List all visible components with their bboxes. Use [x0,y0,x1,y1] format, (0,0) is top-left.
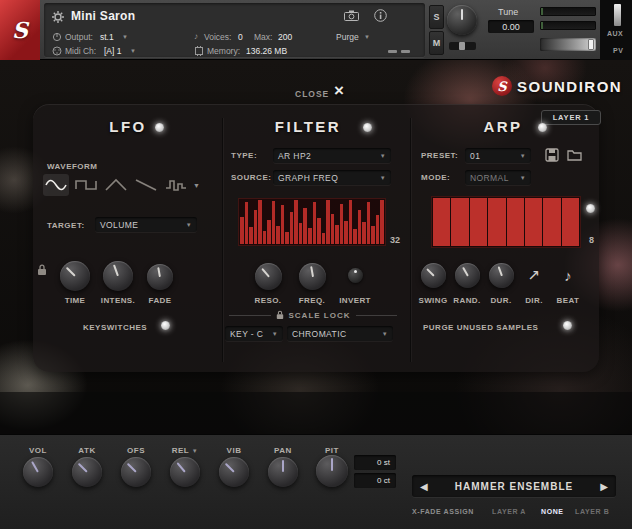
filter-resonance-knob[interactable] [255,263,282,290]
main-control-panel: LFO WAVEFORM ▼ TARGET: VOLUME▼ [33,104,599,372]
arp-velocity-graph[interactable] [431,196,581,248]
atk-label: ATK [65,446,109,455]
mute-button[interactable]: M [429,31,444,55]
arp-preset-dropdown[interactable]: 01▼ [465,148,531,163]
midi-channel-value[interactable]: [A] 1 [104,46,121,56]
arp-beat-control[interactable]: ♪ [556,263,580,287]
filter-title: FILTER [258,118,358,135]
lfo-power-led[interactable] [155,123,164,132]
lfo-time-knob[interactable] [60,261,90,291]
lock-icon[interactable] [37,264,47,276]
level-meter-left [540,7,596,16]
pan-knob[interactable] [268,457,298,487]
filter-power-led[interactable] [363,123,372,132]
bottom-panel: VOL ATK OFS REL ▼ VIB PAN PIT 0 st 0 ct … [0,434,632,529]
solo-button[interactable]: S [429,5,444,29]
articulation-prev-arrow[interactable]: ◀ [420,481,428,492]
pv-button[interactable]: PV [613,47,623,54]
max-voices-value[interactable]: 200 [278,32,292,42]
sine-wave-icon[interactable] [43,174,69,196]
articulation-selector[interactable]: ◀ HAMMER ENSEMBLE ▶ [412,475,616,497]
voices-label: Voices: [204,32,231,42]
rel-label[interactable]: REL ▼ [163,446,207,455]
layer-badge-button[interactable]: LAYER 1 [541,110,601,125]
load-preset-folder-icon[interactable] [567,149,582,161]
kontakt-header: S Mini Saron [0,0,632,60]
memory-icon [194,46,204,56]
output-dropdown-arrow[interactable]: ▼ [122,34,128,40]
purge-label[interactable]: Purge [336,32,359,42]
arp-title: ARP [458,118,548,135]
pitch-semitone-value[interactable]: 0 st [354,455,396,470]
arp-power-led[interactable] [538,123,547,132]
arp-direction-control[interactable]: ↗ [522,263,546,287]
scale-lock-header: SCALE LOCK [229,310,397,320]
pitch-cents-value[interactable]: 0 ct [354,473,396,488]
square-wave-icon[interactable] [73,174,99,196]
atk-knob[interactable] [72,457,102,487]
arp-duration-knob[interactable] [489,263,514,288]
xfade-assign-layer-a[interactable]: LAYER A [492,508,526,515]
lfo-target-dropdown[interactable]: VOLUME▼ [95,217,197,232]
arp-swing-knob[interactable] [421,263,446,288]
filter-source-dropdown[interactable]: GRAPH FREQ▼ [273,170,391,185]
purge-unused-samples-led[interactable] [563,321,572,330]
gear-icon[interactable] [52,11,64,23]
midi-dropdown-arrow[interactable]: ▼ [130,48,136,54]
articulation-next-arrow[interactable]: ▶ [600,481,608,492]
memory-label: Memory: [207,46,240,56]
filter-frequency-graph[interactable] [238,198,386,246]
save-preset-icon[interactable] [545,148,559,162]
rel-knob[interactable] [170,457,200,487]
vol-knob[interactable] [23,457,53,487]
ofs-knob[interactable] [121,457,151,487]
kontakt-instrument-window: S Mini Saron [0,0,632,529]
lfo-fade-knob[interactable] [147,264,173,290]
output-value[interactable]: st.1 [100,32,114,42]
tune-value[interactable]: 0.00 [488,20,534,33]
lfo-intensity-label: INTENS. [96,296,140,305]
info-icon[interactable] [374,9,387,22]
triangle-wave-icon[interactable] [103,174,129,196]
instrument-header-panel: Mini Saron Output: st.1 ▼ ♪ Voices: 0 Ma… [44,3,425,57]
arp-graph-led[interactable] [586,204,595,213]
soundiron-logo-icon: S [492,76,512,96]
purge-unused-samples-label: PURGE UNUSED SAMPLES [423,323,538,332]
saw-down-wave-icon[interactable] [133,174,159,196]
random-step-wave-icon[interactable] [163,174,189,196]
lfo-intensity-knob[interactable] [103,261,133,291]
filter-resonance-label: RESO. [246,296,290,305]
filter-type-dropdown[interactable]: AR HP2▼ [273,148,391,163]
filter-invert-button[interactable] [348,268,363,283]
snapshot-camera-icon[interactable] [344,10,359,21]
instrument-volume-slider[interactable] [540,38,596,51]
arp-mode-dropdown[interactable]: NORMAL▼ [465,170,531,185]
close-label[interactable]: CLOSE [295,89,329,99]
waveform-selector: ▼ [43,174,200,196]
scale-dropdown[interactable]: CHROMATIC▼ [287,326,393,341]
pan-label: PAN [261,446,305,455]
tune-knob[interactable] [447,5,477,35]
articulation-name[interactable]: HAMMER ENSEMBLE [455,481,573,492]
waveform-menu-arrow[interactable]: ▼ [193,182,200,189]
xfade-assign-none[interactable]: NONE [541,508,564,515]
close-icon[interactable]: × [334,81,344,101]
filter-source-label: SOURCE: [231,173,271,182]
key-dropdown[interactable]: KEY - C▼ [225,326,283,341]
pit-label: PIT [310,446,354,455]
aux-button[interactable]: AUX [607,30,623,37]
pit-knob[interactable] [316,455,348,487]
keyswitches-led[interactable] [161,321,170,330]
vib-knob[interactable] [219,457,249,487]
instrument-title[interactable]: Mini Saron [71,9,135,23]
arp-preset-label: PRESET: [421,151,458,160]
layers-bar: LAYER 1 LAYER 2 AMBIENCE [0,392,632,434]
purge-dropdown-arrow[interactable]: ▼ [364,34,370,40]
filter-frequency-knob[interactable] [299,263,326,290]
xfade-assign-label: X-FADE ASSIGN [412,508,474,515]
kontakt-logo: S [0,0,40,60]
arp-random-knob[interactable] [455,263,480,288]
lfo-time-label: TIME [53,296,97,305]
mini-fader[interactable] [449,42,476,50]
xfade-assign-layer-b[interactable]: LAYER B [575,508,609,515]
